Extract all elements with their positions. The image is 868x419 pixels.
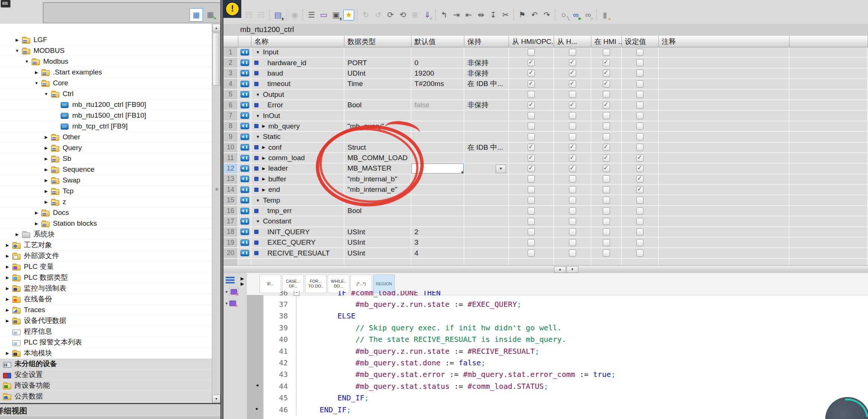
retain-cell[interactable] <box>464 121 509 132</box>
comment-cell[interactable] <box>659 58 789 68</box>
from-hmi-checkbox[interactable] <box>569 239 576 246</box>
from-hmi-checkbox[interactable] <box>569 207 576 215</box>
default-value-cell[interactable] <box>411 164 464 174</box>
snippet-button-case[interactable]: CASE...OF... <box>282 274 304 293</box>
default-value-cell[interactable] <box>411 47 464 58</box>
code-area[interactable]: 36− IF #comm_load.DONE THEN37 #mb_query.… <box>263 291 868 419</box>
setpoint-checkbox[interactable] <box>636 112 643 119</box>
retain-cell[interactable] <box>464 206 509 216</box>
tree-item-lgf[interactable]: ▶LGF <box>0 35 212 45</box>
retain-cell[interactable] <box>464 216 509 227</box>
setpoint-checkbox[interactable] <box>636 207 643 215</box>
bookmark-icon[interactable]: ⚑ <box>517 10 527 20</box>
from-hmi-checkbox[interactable] <box>569 102 576 109</box>
default-value-cell[interactable] <box>411 174 464 185</box>
hmi-opc-checkbox[interactable] <box>528 218 535 225</box>
section-collapse-icon[interactable]: ▼ <box>256 219 260 223</box>
data-type-cell[interactable]: "mb_query" <box>344 121 411 132</box>
data-type-cell[interactable]: Struct <box>344 143 411 153</box>
default-value-cell[interactable] <box>411 185 464 195</box>
name-cell[interactable]: ▼Input <box>251 47 344 58</box>
table-row-input[interactable]: 1▼Input <box>223 47 868 58</box>
in-hmi-checkbox[interactable] <box>603 207 610 215</box>
insert-row-icon[interactable]: ☷ <box>244 10 254 20</box>
snippet-button-[interactable]: (*...*) <box>350 274 372 293</box>
scroll-up-icon[interactable]: ▲ <box>212 24 220 32</box>
default-value-cell[interactable]: 0 <box>411 58 464 68</box>
retain-cell[interactable] <box>464 227 509 238</box>
table-row-hardware_id[interactable]: 2hardware_idPORT0非保持 <box>223 58 868 68</box>
data-type-cell[interactable] <box>344 132 411 142</box>
chevron-collapsed-icon[interactable]: ▶ <box>34 210 39 215</box>
code-line-46[interactable]: 46 END_IF; <box>263 404 868 415</box>
panel-splitter[interactable] <box>220 0 223 419</box>
setpoint-checkbox[interactable] <box>636 165 643 172</box>
hmi-opc-checkbox[interactable] <box>528 112 535 119</box>
in-hmi-checkbox[interactable] <box>603 133 610 140</box>
in-hmi-checkbox[interactable] <box>603 123 610 130</box>
setpoint-checkbox[interactable] <box>636 70 643 77</box>
next-bookmark-icon[interactable]: ↷ <box>542 10 552 20</box>
default-value-cell[interactable]: T#200ms <box>411 79 464 89</box>
retain-cell[interactable] <box>464 174 509 185</box>
name-cell[interactable]: ▼Constant <box>251 216 344 227</box>
code-line-44[interactable]: 44 #mb_query.stat.status := #comm_load.S… <box>263 380 868 392</box>
chevron-collapsed-icon[interactable]: ▶ <box>44 167 48 172</box>
monitor-off-icon[interactable]: ∞▷ <box>583 10 593 20</box>
chevron-collapsed-icon[interactable]: ▶ <box>5 264 10 269</box>
chevron-collapsed-icon[interactable]: ▶ <box>5 308 10 312</box>
bookmark-strip[interactable]: ◄ ► <box>247 295 264 419</box>
snippet-button-for[interactable]: FOR...TO DO.. <box>305 274 327 293</box>
retain-cell[interactable]: 在 IDB 中... <box>464 143 509 153</box>
setpoint-checkbox[interactable] <box>636 155 643 162</box>
column-header-acc_from_h[interactable]: 从 H... <box>554 36 591 47</box>
in-hmi-checkbox[interactable] <box>603 228 610 235</box>
expand-member-icon[interactable]: ▶ <box>262 156 265 161</box>
code-line-36[interactable]: 36− IF #comm_load.DONE THEN <box>263 291 868 298</box>
tree-item-sb[interactable]: ▶Sb <box>0 153 212 164</box>
default-value-cell[interactable] <box>411 143 464 153</box>
data-type-cell[interactable]: UDInt <box>344 69 411 79</box>
data-type-cell[interactable]: "mb_internal_e" <box>344 185 411 195</box>
chevron-collapsed-icon[interactable]: ▶ <box>44 189 48 194</box>
table-row-comm_load[interactable]: 11▶comm_loadMB_COMM_LOAD <box>223 153 868 164</box>
expand-member-icon[interactable]: ▶ <box>262 124 265 128</box>
retain-cell[interactable]: 非保持 <box>464 100 509 111</box>
in-hmi-checkbox[interactable] <box>603 49 610 56</box>
setpoint-checkbox[interactable] <box>636 228 643 235</box>
network-toggle-2[interactable]: ▼ <box>225 301 236 306</box>
hmi-opc-checkbox[interactable] <box>528 207 535 215</box>
data-type-cell[interactable]: Bool <box>344 100 411 111</box>
absolute-operands-icon[interactable]: ↧ <box>488 10 498 20</box>
chevron-collapsed-icon[interactable]: ▶ <box>15 232 19 237</box>
refresh-icon[interactable]: ↻ <box>361 10 371 20</box>
tree-item-traces[interactable]: ▶Traces <box>0 305 212 315</box>
data-type-cell[interactable] <box>344 111 411 121</box>
name-cell[interactable]: ▼InOut <box>251 111 344 121</box>
name-cell[interactable]: ▶leader <box>251 164 344 174</box>
setpoint-checkbox[interactable] <box>636 123 643 130</box>
table-row-error[interactable]: 6ErrorBoolfalse非保持 <box>223 100 868 111</box>
default-value-cell[interactable]: false <box>411 100 464 111</box>
column-header-default[interactable]: 默认值 <box>411 36 464 47</box>
data-type-cell[interactable]: USInt <box>344 248 411 258</box>
hmi-opc-checkbox[interactable] <box>528 123 535 130</box>
add-tag-icon[interactable]: ▭ <box>319 10 329 20</box>
hmi-opc-checkbox[interactable] <box>528 175 535 182</box>
comment-cell[interactable] <box>659 195 789 206</box>
comment-cell[interactable] <box>659 132 789 142</box>
table-row-timeout[interactable]: 4timeoutTimeT#200ms在 IDB 中... <box>223 79 868 89</box>
tree-item-程序信息[interactable]: 程序信息 <box>0 326 212 337</box>
monitor-on-icon[interactable]: ∞▶ <box>571 10 581 20</box>
chevron-collapsed-icon[interactable]: ▶ <box>44 135 48 140</box>
comment-cell[interactable] <box>659 206 789 216</box>
detail-view-bar[interactable]: 详细视图 <box>0 404 220 416</box>
tree-item-ctrl[interactable]: ▼Ctrl <box>0 89 212 99</box>
hmi-opc-checkbox[interactable] <box>528 49 535 56</box>
column-header-acc_hmi_opc[interactable]: 从 HMI/OPC.. <box>509 36 554 47</box>
name-cell[interactable]: ▼Temp <box>251 195 344 206</box>
name-cell[interactable]: ▶end <box>251 185 344 195</box>
in-hmi-checkbox[interactable] <box>603 175 610 182</box>
section-collapse-icon[interactable]: ▼ <box>256 50 260 54</box>
expand-members-icon[interactable]: ☰ <box>306 10 317 20</box>
